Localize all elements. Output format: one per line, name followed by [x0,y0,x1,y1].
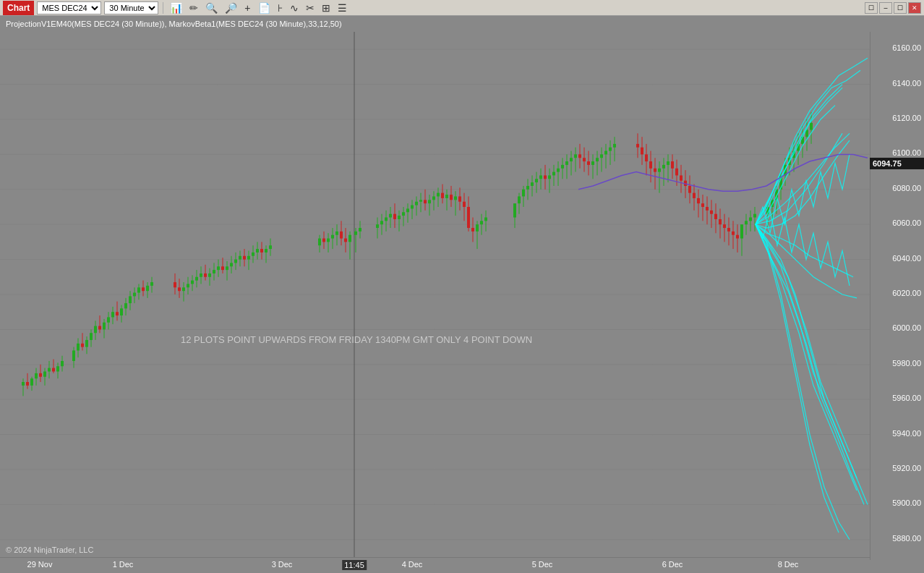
chart-canvas[interactable] [0,32,870,557]
list-icon[interactable]: ☰ [335,1,349,15]
price-label: 5960.00 [892,394,921,402]
document-icon[interactable]: 📄 [256,1,273,15]
time-label: 4 Dec [402,560,423,569]
grid-icon[interactable]: ⊞ [320,1,333,15]
time-label: 5 Dec [532,560,553,569]
price-label: 6020.00 [892,289,921,297]
chart-label: Chart [3,1,34,15]
separator-1 [163,2,163,14]
price-label: 6160.00 [892,43,921,52]
scissors-icon[interactable]: ✂ [304,1,317,15]
chart-container: ProjectionV1EM40(MES DEC24 (30 Minute)),… [0,16,924,573]
chart-title-text: ProjectionV1EM40(MES DEC24 (30 Minute)),… [6,20,342,28]
bar-chart-icon[interactable]: 📊 [168,1,184,15]
wave-icon[interactable]: ∿ [288,1,301,15]
timeframe-select[interactable]: 30 Minute [104,1,158,14]
chart-title: ProjectionV1EM40(MES DEC24 (30 Minute)),… [0,16,924,32]
time-label: 6 Dec [662,560,683,569]
instrument-select[interactable]: MES DEC24 [37,1,101,14]
price-label: 5880.00 [892,534,921,543]
price-label: 6120.00 [892,114,921,122]
price-label: 6000.00 [892,323,921,332]
time-label: 3 Dec [272,560,293,569]
plus-icon[interactable]: + [242,1,252,15]
price-label: 6100.00 [892,148,921,157]
time-label: 1 Dec [113,560,134,569]
price-label: 6040.00 [892,254,921,263]
time-axis: 29 Nov1 Dec3 Dec11:454 Dec5 Dec6 Dec8 De… [0,557,870,573]
maximize-button[interactable]: ☐ [894,2,907,14]
minimize-button[interactable]: – [879,2,892,14]
pencil-icon[interactable]: ✏ [187,1,200,15]
close-button[interactable]: ✕ [908,2,921,14]
time-label: 29 Nov [27,560,53,569]
price-label: 5980.00 [892,359,921,368]
current-price-badge: 6094.75 [870,158,924,169]
price-label: 5900.00 [892,498,921,507]
time-label: 11:45 [342,560,367,570]
time-label: 8 Dec [778,560,799,569]
price-label: 5920.00 [892,464,921,472]
layout-icon[interactable]: ⊦ [275,1,285,15]
window-controls: ☐ – ☐ ✕ [865,2,921,14]
price-label: 5940.00 [892,429,921,438]
price-label: 6140.00 [892,79,921,88]
copyright-text: © 2024 NinjaTrader, LLC [6,546,93,554]
zoom-in-icon[interactable]: 🔍 [203,1,220,15]
zoom-out-icon[interactable]: 🔎 [223,1,239,15]
restore-button[interactable]: ☐ [865,2,878,14]
price-label: 6060.00 [892,218,921,227]
price-label: 6080.00 [892,184,921,192]
